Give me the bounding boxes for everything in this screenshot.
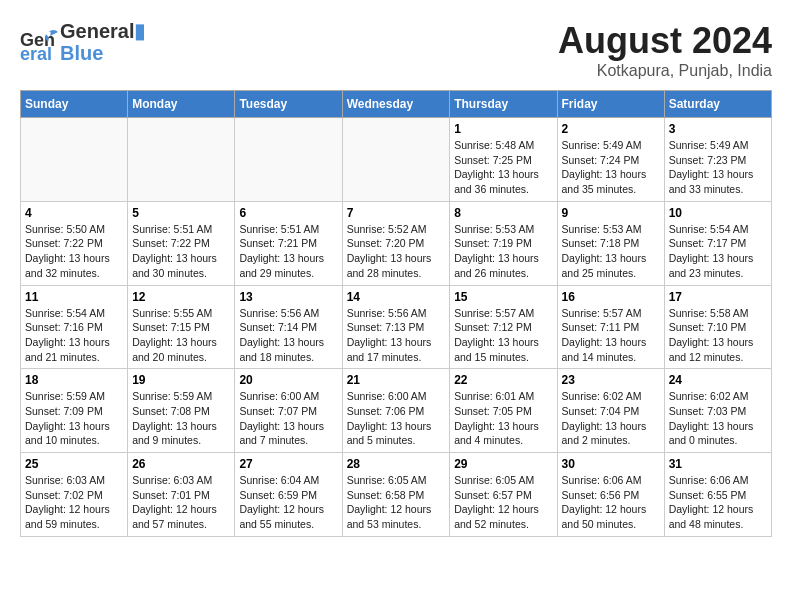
calendar-cell: 12Sunrise: 5:55 AMSunset: 7:15 PMDayligh…: [128, 285, 235, 369]
calendar-cell: 15Sunrise: 5:57 AMSunset: 7:12 PMDayligh…: [450, 285, 557, 369]
day-info: Sunrise: 6:06 AMSunset: 6:56 PMDaylight:…: [562, 473, 660, 532]
day-number: 25: [25, 457, 123, 471]
day-info: Sunrise: 5:59 AMSunset: 7:08 PMDaylight:…: [132, 389, 230, 448]
day-number: 8: [454, 206, 552, 220]
page-header: Gen eral General▮ Blue August 2024 Kotka…: [20, 20, 772, 80]
day-info: Sunrise: 6:05 AMSunset: 6:57 PMDaylight:…: [454, 473, 552, 532]
week-row-1: 1Sunrise: 5:48 AMSunset: 7:25 PMDaylight…: [21, 118, 772, 202]
calendar-cell: 3Sunrise: 5:49 AMSunset: 7:23 PMDaylight…: [664, 118, 771, 202]
day-info: Sunrise: 5:53 AMSunset: 7:18 PMDaylight:…: [562, 222, 660, 281]
day-number: 19: [132, 373, 230, 387]
day-info: Sunrise: 6:03 AMSunset: 7:02 PMDaylight:…: [25, 473, 123, 532]
calendar-cell: 27Sunrise: 6:04 AMSunset: 6:59 PMDayligh…: [235, 453, 342, 537]
calendar-cell: 20Sunrise: 6:00 AMSunset: 7:07 PMDayligh…: [235, 369, 342, 453]
day-info: Sunrise: 5:51 AMSunset: 7:21 PMDaylight:…: [239, 222, 337, 281]
day-info: Sunrise: 5:49 AMSunset: 7:23 PMDaylight:…: [669, 138, 767, 197]
day-info: Sunrise: 6:00 AMSunset: 7:06 PMDaylight:…: [347, 389, 446, 448]
calendar-cell: 22Sunrise: 6:01 AMSunset: 7:05 PMDayligh…: [450, 369, 557, 453]
day-info: Sunrise: 6:01 AMSunset: 7:05 PMDaylight:…: [454, 389, 552, 448]
day-number: 12: [132, 290, 230, 304]
day-info: Sunrise: 5:55 AMSunset: 7:15 PMDaylight:…: [132, 306, 230, 365]
day-number: 17: [669, 290, 767, 304]
day-number: 18: [25, 373, 123, 387]
weekday-tuesday: Tuesday: [235, 91, 342, 118]
day-number: 29: [454, 457, 552, 471]
calendar-cell: 18Sunrise: 5:59 AMSunset: 7:09 PMDayligh…: [21, 369, 128, 453]
logo-line1: General▮: [60, 20, 145, 42]
calendar-cell: 25Sunrise: 6:03 AMSunset: 7:02 PMDayligh…: [21, 453, 128, 537]
calendar-cell: 17Sunrise: 5:58 AMSunset: 7:10 PMDayligh…: [664, 285, 771, 369]
weekday-wednesday: Wednesday: [342, 91, 450, 118]
weekday-saturday: Saturday: [664, 91, 771, 118]
day-number: 7: [347, 206, 446, 220]
calendar-cell: 2Sunrise: 5:49 AMSunset: 7:24 PMDaylight…: [557, 118, 664, 202]
day-info: Sunrise: 6:05 AMSunset: 6:58 PMDaylight:…: [347, 473, 446, 532]
day-info: Sunrise: 6:02 AMSunset: 7:03 PMDaylight:…: [669, 389, 767, 448]
day-info: Sunrise: 5:51 AMSunset: 7:22 PMDaylight:…: [132, 222, 230, 281]
calendar-cell: 26Sunrise: 6:03 AMSunset: 7:01 PMDayligh…: [128, 453, 235, 537]
day-number: 5: [132, 206, 230, 220]
day-info: Sunrise: 5:54 AMSunset: 7:17 PMDaylight:…: [669, 222, 767, 281]
day-number: 28: [347, 457, 446, 471]
calendar-cell: 8Sunrise: 5:53 AMSunset: 7:19 PMDaylight…: [450, 201, 557, 285]
calendar-cell: 28Sunrise: 6:05 AMSunset: 6:58 PMDayligh…: [342, 453, 450, 537]
day-info: Sunrise: 6:06 AMSunset: 6:55 PMDaylight:…: [669, 473, 767, 532]
day-info: Sunrise: 5:57 AMSunset: 7:12 PMDaylight:…: [454, 306, 552, 365]
calendar-cell: 14Sunrise: 5:56 AMSunset: 7:13 PMDayligh…: [342, 285, 450, 369]
calendar-cell: 29Sunrise: 6:05 AMSunset: 6:57 PMDayligh…: [450, 453, 557, 537]
weekday-header: SundayMondayTuesdayWednesdayThursdayFrid…: [21, 91, 772, 118]
calendar-cell: 24Sunrise: 6:02 AMSunset: 7:03 PMDayligh…: [664, 369, 771, 453]
day-info: Sunrise: 5:50 AMSunset: 7:22 PMDaylight:…: [25, 222, 123, 281]
day-number: 9: [562, 206, 660, 220]
weekday-friday: Friday: [557, 91, 664, 118]
day-info: Sunrise: 6:03 AMSunset: 7:01 PMDaylight:…: [132, 473, 230, 532]
calendar-cell: 5Sunrise: 5:51 AMSunset: 7:22 PMDaylight…: [128, 201, 235, 285]
calendar-cell: 9Sunrise: 5:53 AMSunset: 7:18 PMDaylight…: [557, 201, 664, 285]
weekday-monday: Monday: [128, 91, 235, 118]
day-number: 24: [669, 373, 767, 387]
calendar-cell: 10Sunrise: 5:54 AMSunset: 7:17 PMDayligh…: [664, 201, 771, 285]
day-number: 6: [239, 206, 337, 220]
day-number: 23: [562, 373, 660, 387]
calendar-cell: [342, 118, 450, 202]
day-number: 21: [347, 373, 446, 387]
day-info: Sunrise: 6:04 AMSunset: 6:59 PMDaylight:…: [239, 473, 337, 532]
day-info: Sunrise: 5:58 AMSunset: 7:10 PMDaylight:…: [669, 306, 767, 365]
calendar-cell: 4Sunrise: 5:50 AMSunset: 7:22 PMDaylight…: [21, 201, 128, 285]
day-info: Sunrise: 6:00 AMSunset: 7:07 PMDaylight:…: [239, 389, 337, 448]
day-number: 3: [669, 122, 767, 136]
svg-text:eral: eral: [20, 44, 52, 64]
week-row-5: 25Sunrise: 6:03 AMSunset: 7:02 PMDayligh…: [21, 453, 772, 537]
day-info: Sunrise: 5:49 AMSunset: 7:24 PMDaylight:…: [562, 138, 660, 197]
calendar-cell: 23Sunrise: 6:02 AMSunset: 7:04 PMDayligh…: [557, 369, 664, 453]
day-info: Sunrise: 6:02 AMSunset: 7:04 PMDaylight:…: [562, 389, 660, 448]
weekday-sunday: Sunday: [21, 91, 128, 118]
day-info: Sunrise: 5:53 AMSunset: 7:19 PMDaylight:…: [454, 222, 552, 281]
calendar-cell: 13Sunrise: 5:56 AMSunset: 7:14 PMDayligh…: [235, 285, 342, 369]
calendar-cell: [235, 118, 342, 202]
calendar-cell: 30Sunrise: 6:06 AMSunset: 6:56 PMDayligh…: [557, 453, 664, 537]
logo-line2: Blue: [60, 42, 145, 64]
calendar-cell: 31Sunrise: 6:06 AMSunset: 6:55 PMDayligh…: [664, 453, 771, 537]
day-number: 27: [239, 457, 337, 471]
calendar-cell: 16Sunrise: 5:57 AMSunset: 7:11 PMDayligh…: [557, 285, 664, 369]
day-info: Sunrise: 5:57 AMSunset: 7:11 PMDaylight:…: [562, 306, 660, 365]
day-number: 22: [454, 373, 552, 387]
calendar-cell: 6Sunrise: 5:51 AMSunset: 7:21 PMDaylight…: [235, 201, 342, 285]
calendar-cell: 11Sunrise: 5:54 AMSunset: 7:16 PMDayligh…: [21, 285, 128, 369]
day-number: 14: [347, 290, 446, 304]
location: Kotkapura, Punjab, India: [558, 62, 772, 80]
week-row-4: 18Sunrise: 5:59 AMSunset: 7:09 PMDayligh…: [21, 369, 772, 453]
logo: Gen eral General▮ Blue: [20, 20, 145, 64]
week-row-2: 4Sunrise: 5:50 AMSunset: 7:22 PMDaylight…: [21, 201, 772, 285]
week-row-3: 11Sunrise: 5:54 AMSunset: 7:16 PMDayligh…: [21, 285, 772, 369]
day-number: 16: [562, 290, 660, 304]
calendar-cell: [128, 118, 235, 202]
day-number: 4: [25, 206, 123, 220]
day-number: 31: [669, 457, 767, 471]
day-number: 20: [239, 373, 337, 387]
day-number: 2: [562, 122, 660, 136]
day-number: 11: [25, 290, 123, 304]
title-block: August 2024 Kotkapura, Punjab, India: [558, 20, 772, 80]
calendar-cell: [21, 118, 128, 202]
